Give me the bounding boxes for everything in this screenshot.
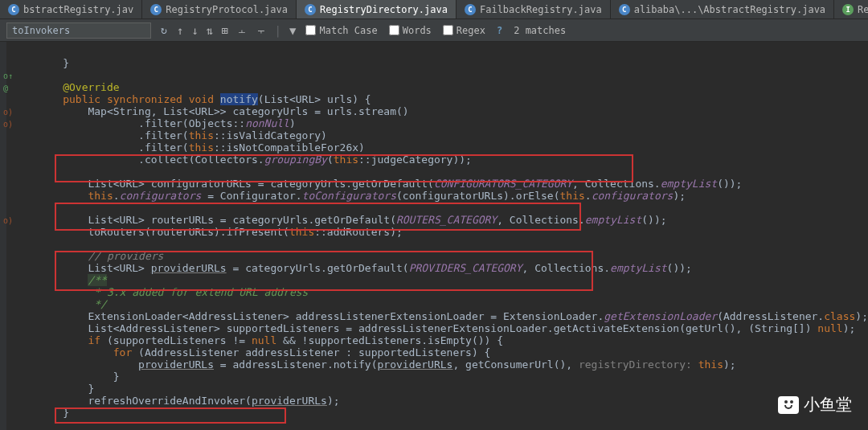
java-class-icon: C — [8, 4, 19, 15]
tab-5[interactable]: IRegistryService.java — [834, 0, 868, 18]
separator: | — [275, 24, 281, 37]
tab-0[interactable]: CbstractRegistry.jav — [0, 0, 142, 18]
prev-match-icon[interactable]: ↑ — [177, 24, 183, 37]
find-toolbar: ↻ ↑ ↓ ⇅ ⊞ ⫠ ⫟ | ▼ Match Case Words Regex… — [0, 19, 868, 42]
pin-icon[interactable]: ⫠ — [236, 24, 248, 37]
regex-checkbox[interactable]: Regex — [443, 25, 485, 36]
wechat-icon — [778, 396, 799, 414]
toolbar-icons: ↑ ↓ ⇅ ⊞ ⫠ ⫟ | ▼ — [177, 24, 297, 37]
highlight-box-4 — [55, 407, 286, 424]
tab-1[interactable]: CRegistryProtocol.java — [142, 0, 297, 18]
help-icon[interactable]: ? — [497, 25, 502, 36]
code-area[interactable]: } @Override public synchronized void not… — [6, 42, 868, 430]
tab-2[interactable]: CRegistryDirectory.java — [297, 0, 457, 18]
watermark: 小鱼堂 — [778, 394, 852, 416]
tab-3[interactable]: CFailbackRegistry.java — [457, 0, 611, 18]
java-class-icon: C — [305, 4, 316, 15]
separator-icon: ⫟ — [256, 24, 267, 37]
next-match-icon[interactable]: ↓ — [191, 24, 198, 37]
words-checkbox[interactable]: Words — [389, 25, 432, 36]
tab-4[interactable]: Calibaba\...\AbstractRegistry.java — [611, 0, 834, 18]
java-class-icon: C — [465, 4, 476, 15]
match-case-checkbox[interactable]: Match Case — [305, 25, 377, 36]
select-all-icon[interactable]: ⇅ — [207, 24, 213, 37]
match-count: 2 matches — [514, 25, 566, 36]
gutter[interactable]: о↑ @ о) о) о) — [0, 42, 6, 430]
editor-area: о↑ @ о) о) о) } @Override public synchro… — [0, 42, 868, 430]
filter-icon[interactable]: ▼ — [289, 24, 296, 37]
java-class-icon: C — [619, 4, 630, 15]
history-icon[interactable]: ↻ — [161, 24, 167, 36]
editor-tabs: CbstractRegistry.jav CRegistryProtocol.j… — [0, 0, 868, 19]
search-input[interactable] — [6, 23, 151, 39]
java-interface-icon: I — [842, 4, 854, 15]
add-selection-icon[interactable]: ⊞ — [221, 24, 227, 37]
search-options: Match Case Words Regex ? 2 matches — [305, 25, 566, 36]
java-class-icon: C — [150, 4, 162, 15]
